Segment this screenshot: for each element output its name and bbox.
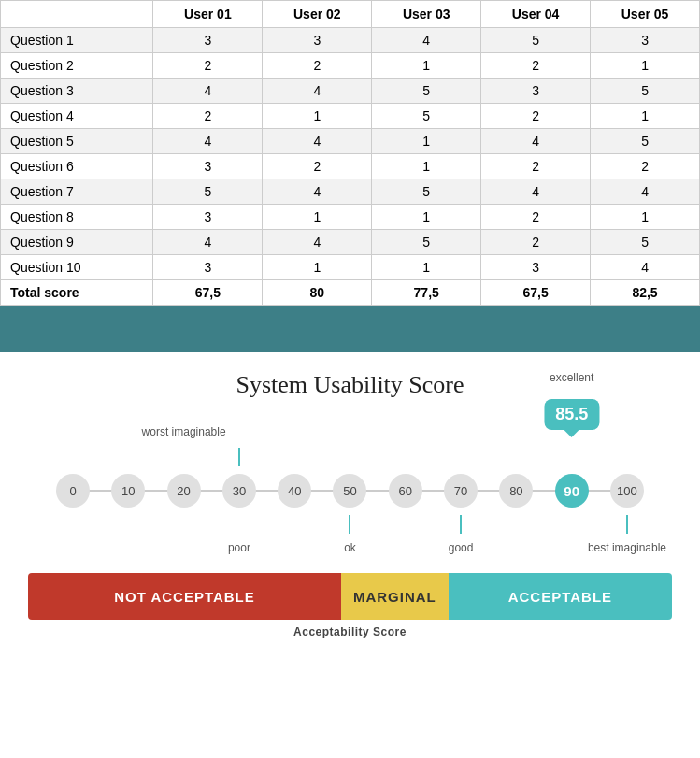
row-cell: 1 xyxy=(263,104,372,129)
row-label: Question 8 xyxy=(1,205,153,230)
tick-down xyxy=(460,515,462,534)
tick-up xyxy=(238,448,240,466)
row-cell: 2 xyxy=(263,154,372,179)
row-cell: 5 xyxy=(591,129,700,154)
row-cell: 2 xyxy=(153,104,263,129)
scale-circle: 100 xyxy=(610,474,644,508)
row-cell: 82,5 xyxy=(591,280,700,306)
scale-node: 80 xyxy=(499,474,533,508)
table-row: Question 1031134 xyxy=(1,255,700,280)
row-cell: 1 xyxy=(372,154,481,179)
scale-node: 70good xyxy=(444,474,478,508)
row-cell: 1 xyxy=(263,255,372,280)
scale-wrapper: 010worst imaginable2030poor4050ok6070goo… xyxy=(47,474,653,508)
sus-score-bubble: 85.5 xyxy=(544,399,599,430)
row-cell: 67,5 xyxy=(481,280,591,306)
row-cell: 4 xyxy=(263,230,372,255)
col-header-user04: User 04 xyxy=(481,1,591,28)
sus-data-table: User 01 User 02 User 03 User 04 User 05 … xyxy=(0,0,700,306)
row-cell: 3 xyxy=(153,28,263,53)
row-cell: 3 xyxy=(153,255,263,280)
scale-circle: 50 xyxy=(333,474,366,508)
row-cell: 4 xyxy=(481,179,591,205)
scale-label-above: worst imaginable xyxy=(142,425,226,438)
scale-connector xyxy=(421,490,445,492)
sus-section: System Usability Score 010worst imaginab… xyxy=(0,352,700,648)
row-cell: 2 xyxy=(481,154,591,179)
row-cell: 5 xyxy=(372,230,481,255)
row-cell: 2 xyxy=(263,53,372,79)
table-row: Question 222121 xyxy=(1,53,700,79)
scale-label-below: good xyxy=(449,541,474,554)
row-cell: 3 xyxy=(481,79,591,104)
col-header-empty xyxy=(1,1,153,28)
table-section: User 01 User 02 User 03 User 04 User 05 … xyxy=(0,0,700,306)
row-cell: 3 xyxy=(153,205,263,230)
table-row: Question 421521 xyxy=(1,104,700,129)
acceptability-bar: NOT ACCEPTABLE MARGINAL ACCEPTABLE xyxy=(28,573,672,620)
row-cell: 3 xyxy=(481,255,591,280)
row-cell: 1 xyxy=(263,205,372,230)
row-cell: 4 xyxy=(263,129,372,154)
scale-excellent-label: excellent xyxy=(550,371,593,384)
row-cell: 2 xyxy=(153,53,263,79)
row-label: Question 7 xyxy=(1,179,153,205)
scale-circle: 10 xyxy=(111,474,145,508)
scale-node: 100best imaginable xyxy=(610,474,644,508)
row-cell: 77,5 xyxy=(372,280,481,306)
row-cell: 5 xyxy=(481,28,591,53)
scale-connector xyxy=(365,490,389,492)
table-row: Question 133453 xyxy=(1,28,700,53)
tick-down xyxy=(626,515,628,534)
row-cell: 4 xyxy=(263,79,372,104)
row-cell: 5 xyxy=(153,179,263,205)
row-cell: 4 xyxy=(481,129,591,154)
scale-circle: 70 xyxy=(444,474,478,508)
row-label: Question 4 xyxy=(1,104,153,129)
scale-row: 010worst imaginable2030poor4050ok6070goo… xyxy=(56,474,644,508)
table-row: Question 632122 xyxy=(1,154,700,179)
row-cell: 5 xyxy=(372,79,481,104)
row-cell: 1 xyxy=(372,129,481,154)
row-cell: 80 xyxy=(263,280,372,306)
scale-connector xyxy=(532,490,555,492)
col-header-user02: User 02 xyxy=(263,1,372,28)
row-label: Question 1 xyxy=(1,28,153,53)
row-cell: 2 xyxy=(591,154,700,179)
scale-node: excellent85.590 xyxy=(555,474,589,508)
row-label: Question 5 xyxy=(1,129,153,154)
scale-node: 0 xyxy=(56,474,90,508)
row-cell: 2 xyxy=(481,230,591,255)
acceptability-label: Acceptability Score xyxy=(28,625,672,638)
scale-circle: 40 xyxy=(278,474,311,508)
table-row: Total score67,58077,567,582,5 xyxy=(1,280,700,306)
row-label: Question 3 xyxy=(1,79,153,104)
row-cell: 4 xyxy=(591,179,700,205)
col-header-user05: User 05 xyxy=(591,1,700,28)
row-cell: 1 xyxy=(591,205,700,230)
scale-label-below: best imaginable xyxy=(588,541,666,554)
row-cell: 4 xyxy=(153,79,263,104)
scale-circle: 90 xyxy=(555,474,589,508)
row-cell: 5 xyxy=(372,104,481,129)
row-label: Question 10 xyxy=(1,255,153,280)
row-cell: 4 xyxy=(263,179,372,205)
row-cell: 4 xyxy=(153,230,263,255)
scale-connector xyxy=(310,490,334,492)
row-cell: 1 xyxy=(372,53,481,79)
table-row: Question 344535 xyxy=(1,79,700,104)
scale-circle: 30 xyxy=(222,474,256,508)
scale-circle: 20 xyxy=(167,474,201,508)
row-cell: 1 xyxy=(591,53,700,79)
scale-node: 60 xyxy=(389,474,422,508)
col-header-user03: User 03 xyxy=(372,1,481,28)
scale-node: 30poor xyxy=(222,474,256,508)
row-label: Question 9 xyxy=(1,230,153,255)
scale-node: 40 xyxy=(278,474,311,508)
scale-connector xyxy=(255,490,279,492)
col-header-user01: User 01 xyxy=(153,1,263,28)
row-cell: 5 xyxy=(591,230,700,255)
row-cell: 67,5 xyxy=(153,280,263,306)
row-cell: 1 xyxy=(372,255,481,280)
scale-circle: 0 xyxy=(56,474,90,508)
